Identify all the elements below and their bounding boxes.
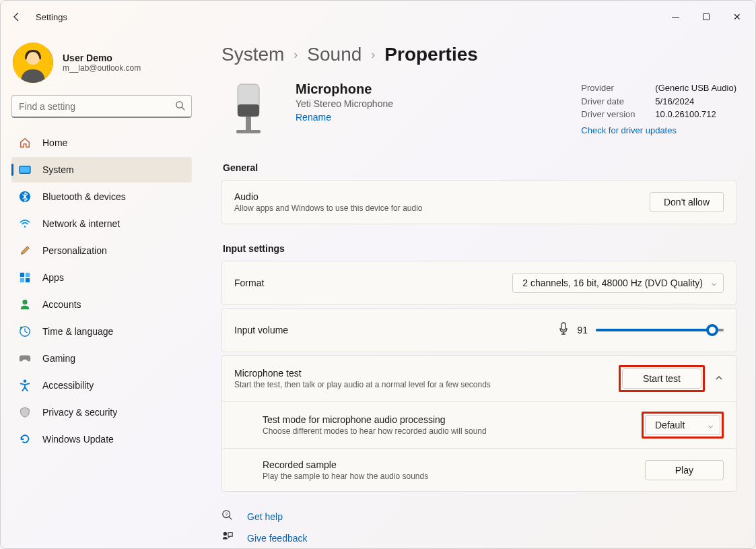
test-label: Microphone test <box>234 368 491 379</box>
window-title: Settings <box>36 12 67 22</box>
format-card: Format 2 channels, 16 bit, 48000 Hz (DVD… <box>221 261 736 305</box>
microphone-icon <box>558 322 569 339</box>
nav-personalization[interactable]: Personalization <box>11 238 192 263</box>
get-help-link[interactable]: ? Get help <box>221 509 736 524</box>
highlight-mode-select: Default <box>642 412 724 439</box>
back-button[interactable] <box>3 3 30 30</box>
start-test-button[interactable]: Start test <box>622 368 701 389</box>
nav-label: Time & language <box>42 326 113 337</box>
feedback-label: Give feedback <box>247 533 308 544</box>
breadcrumb-system[interactable]: System <box>221 44 284 65</box>
nav-label: Windows Update <box>42 434 114 445</box>
svg-line-23 <box>229 517 232 520</box>
svg-rect-17 <box>238 104 259 117</box>
driver-date-value: 5/16/2024 <box>655 95 694 108</box>
gamepad-icon <box>18 352 32 365</box>
nav-label: Privacy & security <box>42 407 117 418</box>
accessibility-icon <box>18 379 32 392</box>
breadcrumb: System › Sound › Properties <box>221 44 736 65</box>
dont-allow-button[interactable]: Don't allow <box>650 192 724 212</box>
nav-label: Apps <box>42 272 64 283</box>
svg-point-24 <box>224 532 227 536</box>
person-icon <box>18 298 32 311</box>
chevron-right-icon: › <box>294 48 298 62</box>
nav-label: Home <box>42 137 67 148</box>
nav-time[interactable]: Time & language <box>11 319 192 344</box>
clock-icon <box>18 325 32 338</box>
search-box[interactable] <box>11 95 192 118</box>
nav-accessibility[interactable]: Accessibility <box>11 373 192 398</box>
minimize-button[interactable] <box>660 6 691 28</box>
input-section-title: Input settings <box>223 243 736 254</box>
svg-rect-10 <box>20 278 24 282</box>
breadcrumb-current: Properties <box>384 44 478 65</box>
general-section-title: General <box>223 162 736 173</box>
nav-privacy[interactable]: Privacy & security <box>11 399 192 425</box>
svg-text:?: ? <box>225 511 228 517</box>
mode-desc: Choose different modes to hear how recor… <box>263 426 487 436</box>
home-icon <box>18 136 32 150</box>
nav-update[interactable]: Windows Update <box>11 426 192 452</box>
format-select[interactable]: 2 channels, 16 bit, 48000 Hz (DVD Qualit… <box>512 273 724 293</box>
give-feedback-link[interactable]: Give feedback <box>221 531 736 546</box>
provider-label: Provider <box>581 82 642 95</box>
svg-rect-5 <box>20 167 30 173</box>
nav-label: Accounts <box>42 299 81 310</box>
user-email: m__lab@outlook.com <box>63 63 141 73</box>
sample-desc: Play the sample to hear how the audio so… <box>263 472 428 481</box>
nav-list: Home System Bluetooth & devices Network … <box>11 130 192 452</box>
svg-line-3 <box>182 107 184 110</box>
bluetooth-icon <box>18 190 32 203</box>
nav-home[interactable]: Home <box>11 130 192 156</box>
nav-gaming[interactable]: Gaming <box>11 346 192 371</box>
svg-rect-9 <box>26 273 30 277</box>
driver-info: Provider(Generic USB Audio) Driver date5… <box>581 82 736 137</box>
nav-label: System <box>42 164 74 175</box>
nav-label: Accessibility <box>42 380 94 391</box>
main-content: System › Sound › Properties Microphone Y… <box>203 33 755 548</box>
test-desc: Start the test, then talk or play audio … <box>234 380 491 389</box>
nav-bluetooth[interactable]: Bluetooth & devices <box>11 184 192 209</box>
mic-test-card: Microphone test Start the test, then tal… <box>221 355 736 492</box>
chevron-up-icon[interactable] <box>714 373 724 385</box>
mode-label: Test mode for microphone audio processin… <box>263 414 487 425</box>
user-profile[interactable]: User Demo m__lab@outlook.com <box>13 42 192 83</box>
nav-apps[interactable]: Apps <box>11 265 192 290</box>
check-updates-link[interactable]: Check for driver updates <box>581 124 677 137</box>
chevron-right-icon: › <box>371 48 375 62</box>
update-icon <box>18 432 32 446</box>
svg-point-14 <box>20 327 23 329</box>
close-button[interactable]: ✕ <box>722 6 753 28</box>
device-title: Microphone <box>296 82 393 97</box>
volume-slider[interactable] <box>596 329 724 331</box>
play-button[interactable]: Play <box>645 460 724 480</box>
svg-rect-18 <box>246 117 251 130</box>
maximize-button[interactable] <box>691 6 722 28</box>
rename-link[interactable]: Rename <box>296 112 331 123</box>
wifi-icon <box>18 217 32 230</box>
svg-point-7 <box>24 226 26 228</box>
svg-rect-11 <box>26 278 30 282</box>
nav-label: Gaming <box>42 353 75 364</box>
audio-desc: Allow apps and Windows to use this devic… <box>234 203 423 213</box>
svg-point-15 <box>24 379 27 383</box>
mode-select[interactable]: Default <box>645 415 720 435</box>
volume-card: Input volume 91 <box>221 308 736 352</box>
volume-value: 91 <box>577 325 588 335</box>
help-icon: ? <box>221 509 235 524</box>
format-label: Format <box>234 278 264 288</box>
nav-system[interactable]: System <box>11 157 192 183</box>
nav-label: Bluetooth & devices <box>42 191 126 202</box>
breadcrumb-sound[interactable]: Sound <box>307 44 362 65</box>
svg-point-2 <box>176 102 182 108</box>
shield-icon <box>18 406 32 419</box>
sidebar: User Demo m__lab@outlook.com Home System… <box>1 33 203 548</box>
svg-rect-20 <box>561 323 565 330</box>
search-icon <box>175 100 185 112</box>
feedback-icon <box>221 531 235 546</box>
search-input[interactable] <box>11 95 192 118</box>
audio-label: Audio <box>234 191 423 202</box>
nav-network[interactable]: Network & internet <box>11 211 192 236</box>
svg-point-12 <box>22 300 27 304</box>
nav-accounts[interactable]: Accounts <box>11 292 192 317</box>
